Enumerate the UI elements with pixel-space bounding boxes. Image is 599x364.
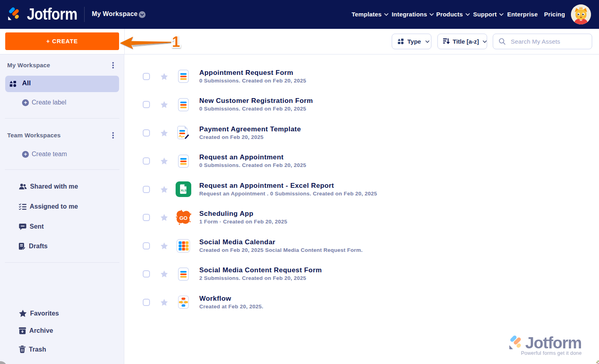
svg-text:XLS: XLS: [180, 189, 186, 192]
svg-text:GO: GO: [180, 215, 188, 221]
svg-text:Jotform: Jotform: [525, 334, 582, 352]
